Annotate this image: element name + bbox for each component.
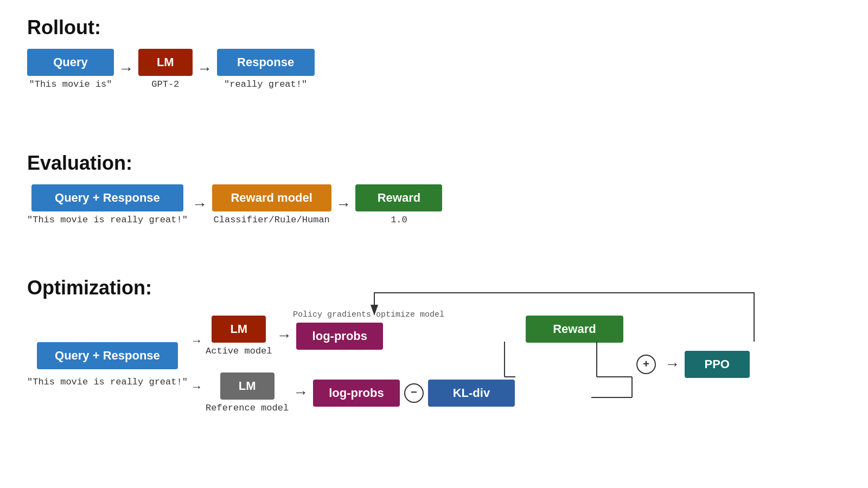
arrow-1: →	[122, 61, 131, 78]
rollout-section: Rollout: Query "This movie is" → LM GPT-…	[27, 16, 315, 89]
response-caption: "really great!"	[224, 79, 307, 89]
logprobs-bot-box: log-probs	[313, 380, 400, 407]
lm-box: LM	[138, 49, 193, 76]
lm-col: LM GPT-2	[138, 49, 193, 89]
lm-active-caption: Active model	[206, 346, 272, 356]
opt-qr-caption: "This movie is really great!"	[27, 377, 188, 387]
eval-qr-col: Query + Response "This movie is really g…	[27, 184, 188, 225]
lm-ref-box: LM	[220, 373, 275, 400]
evaluation-title: Evaluation:	[27, 152, 442, 175]
lm-active-col: LM Active model	[206, 316, 272, 356]
rollout-title: Rollout:	[27, 16, 315, 39]
opt-reward-box: Reward	[526, 316, 623, 343]
opt-top-row: LM Active model → log-probs	[206, 316, 515, 356]
evaluation-flow: Query + Response "This movie is really g…	[27, 184, 442, 225]
eval-arrow-2: →	[339, 196, 348, 213]
opt-arrow-bot-1: →	[296, 384, 305, 401]
eval-reward-box: Reward	[355, 184, 442, 211]
opt-bot-row: LM Reference model → log-probs − KL-div	[206, 373, 515, 413]
response-box: Response	[217, 49, 315, 76]
opt-qr-box: Query + Response	[37, 342, 178, 369]
eval-arrow-1: →	[195, 196, 205, 213]
ppo-box: PPO	[685, 351, 750, 378]
lm-ref-caption: Reference model	[206, 403, 289, 413]
logprobs-top-box: log-probs	[296, 323, 383, 350]
eval-qr-box: Query + Response	[31, 184, 183, 211]
eval-reward-caption: 1.0	[391, 215, 407, 225]
kldiv-box: KL-div	[428, 380, 515, 407]
reward-model-box: Reward model	[212, 184, 331, 211]
arrow-2: →	[200, 61, 209, 78]
lm-active-box: LM	[212, 316, 266, 343]
opt-arrow-top-1: →	[279, 328, 289, 344]
lm-ref-col: LM Reference model	[206, 373, 289, 413]
eval-rm-caption: Classifier/Rule/Human	[214, 215, 330, 225]
split-arrow-bot: →	[193, 381, 200, 394]
eval-rm-col: Reward model Classifier/Rule/Human	[212, 184, 331, 225]
response-col: Response "really great!"	[217, 49, 315, 89]
query-caption: "This movie is"	[29, 79, 112, 89]
opt-qr-col: Query + Response "This movie is really g…	[27, 342, 188, 387]
rollout-flow: Query "This movie is" → LM GPT-2 → Respo…	[27, 49, 315, 89]
query-col: Query "This movie is"	[27, 49, 114, 89]
optimization-title: Optimization:	[27, 277, 750, 299]
plus-circle: +	[636, 355, 656, 374]
eval-reward-col: Reward 1.0	[355, 184, 442, 225]
minus-circle: −	[404, 383, 424, 403]
evaluation-section: Evaluation: Query + Response "This movie…	[27, 152, 442, 225]
lm-caption: GPT-2	[151, 79, 179, 89]
optimization-section: Optimization: Policy gradients optimize …	[27, 277, 750, 413]
query-box: Query	[27, 49, 114, 76]
ppo-arrow: →	[668, 356, 677, 373]
split-arrow-top: →	[193, 335, 200, 348]
eval-qr-caption: "This movie is really great!"	[27, 215, 188, 225]
